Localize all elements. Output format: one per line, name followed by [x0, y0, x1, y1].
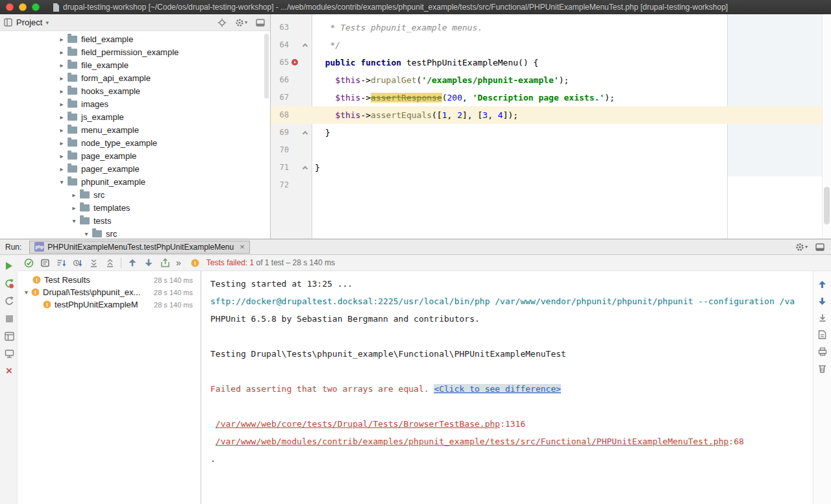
tree-item-file_example[interactable]: file_example [0, 58, 270, 71]
code-line-68[interactable]: 68 $this->assertEquals([1, 2], [3, 4]); [271, 106, 831, 124]
code-line-70[interactable]: 70 [271, 141, 831, 159]
fold-icon[interactable] [303, 131, 308, 136]
test-node-label[interactable]: Drupal\Tests\phpunit_ex... [43, 287, 140, 297]
console-output[interactable]: Testing started at 13:25 ...sftp://docke… [201, 271, 813, 504]
chevron-right-icon[interactable] [57, 36, 66, 43]
editor-scrollbar[interactable] [822, 14, 831, 239]
chevron-down-icon[interactable] [57, 178, 66, 186]
line-number[interactable]: 66 [271, 71, 289, 89]
chevron-right-icon[interactable] [69, 191, 79, 198]
scrollbar-thumb[interactable] [824, 187, 830, 224]
code-line-67[interactable]: 67 $this->assertResponse(200, 'Descripti… [271, 89, 831, 106]
code-line-66[interactable]: 66 $this->drupalGet('/examples/phpunit-e… [271, 71, 831, 89]
close-button[interactable]: × [4, 366, 14, 376]
code-line-71[interactable]: 71} [271, 159, 831, 176]
code-text[interactable] [312, 141, 831, 159]
chevron-down-icon[interactable] [82, 230, 91, 237]
locate-file-icon[interactable] [217, 18, 227, 27]
chevron-right-icon[interactable] [57, 88, 66, 95]
test-node-label[interactable]: testPhpUnitExampleM [55, 300, 138, 309]
sort-by-duration-button[interactable] [72, 258, 82, 268]
line-number[interactable]: 65 [271, 54, 289, 71]
project-panel-header[interactable]: Project ▾ ▾ [0, 14, 270, 31]
code-text[interactable]: } [312, 159, 831, 176]
stack-trace-link[interactable]: /var/www/web/core/tests/Drupal/Tests/Bro… [216, 419, 500, 429]
print-button[interactable] [817, 346, 828, 357]
line-number[interactable]: 70 [271, 141, 289, 159]
code-text[interactable] [312, 176, 831, 194]
tree-item-hooks_example[interactable]: hooks_example [0, 84, 270, 97]
code-line-69[interactable]: 69 } [271, 124, 831, 141]
chevron-right-icon[interactable] [57, 101, 66, 108]
line-number[interactable]: 63 [271, 19, 289, 36]
test-results-root[interactable]: ! Test Results 28 s 140 ms [18, 274, 201, 286]
tree-item-field_permission_example[interactable]: field_permission_example [0, 45, 270, 58]
line-number[interactable]: 71 [271, 159, 289, 176]
rerun-button[interactable] [4, 261, 14, 271]
tree-item-src[interactable]: src [0, 227, 270, 239]
chevron-right-icon[interactable] [57, 152, 66, 160]
code-text[interactable]: public function testPhpUnitExampleMenu()… [312, 54, 831, 71]
code-text[interactable]: } [312, 124, 831, 141]
toggle-auto-test-button[interactable] [4, 296, 14, 306]
hide-panel-icon[interactable] [256, 18, 265, 27]
chevron-right-icon[interactable] [57, 114, 66, 121]
show-passed-button[interactable] [23, 258, 34, 268]
expand-all-button[interactable] [88, 258, 99, 268]
chevron-right-icon[interactable] [57, 139, 66, 147]
tree-item-pager_example[interactable]: pager_example [0, 162, 270, 175]
close-window-button[interactable] [6, 3, 14, 11]
run-tab[interactable]: php PHPUnitExampleMenuTest.testPhpUnitEx… [29, 241, 249, 254]
code-line-63[interactable]: 63 * Tests phpunit_example menus. [271, 19, 831, 36]
code-text[interactable]: $this->assertEquals([1, 2], [3, 4]); [312, 106, 831, 124]
code-text[interactable]: $this->drupalGet('/examples/phpunit-exam… [312, 71, 831, 89]
code-text[interactable]: */ [312, 36, 831, 54]
gear-icon[interactable]: ▾ [795, 243, 808, 252]
show-ignored-button[interactable] [40, 258, 50, 268]
chevron-right-icon[interactable] [57, 165, 66, 173]
fold-icon[interactable] [303, 43, 308, 49]
tree-item-templates[interactable]: templates [0, 201, 270, 214]
open-results-icon[interactable] [817, 330, 828, 340]
failed-test-gutter-icon[interactable] [289, 54, 301, 71]
code-text[interactable]: $this->assertResponse(200, 'Description … [312, 89, 831, 106]
line-number[interactable]: 72 [271, 176, 289, 194]
scroll-up-button[interactable] [817, 279, 828, 289]
project-scrollbar[interactable] [264, 34, 269, 99]
chevron-right-icon[interactable] [57, 62, 66, 69]
tree-item-field_example[interactable]: field_example [0, 32, 270, 45]
line-number[interactable]: 68 [271, 106, 289, 124]
previous-failed-test-button[interactable] [127, 258, 138, 268]
tree-item-js_example[interactable]: js_example [0, 110, 270, 123]
code-text[interactable]: * Tests phpunit_example menus. [312, 19, 831, 36]
project-panel-title[interactable]: Project [16, 18, 42, 27]
chevron-right-icon[interactable] [69, 204, 79, 211]
editor[interactable]: 63 * Tests phpunit_example menus.64 */65… [271, 14, 831, 239]
hide-panel-icon[interactable] [815, 243, 825, 252]
more-actions-icon[interactable]: » [176, 258, 181, 267]
code-line-72[interactable]: 72 [271, 176, 831, 194]
line-number[interactable]: 69 [271, 124, 289, 141]
tree-item-images[interactable]: images [0, 97, 270, 110]
stack-trace-link[interactable]: /var/www/web/modules/contrib/examples/ph… [216, 437, 729, 446]
run-tab-title[interactable]: PHPUnitExampleMenuTest.testPhpUnitExampl… [47, 243, 234, 252]
chevron-right-icon[interactable] [57, 126, 66, 134]
restore-layout-button[interactable] [4, 331, 14, 341]
gear-icon[interactable]: ▾ [235, 18, 247, 27]
next-failed-test-button[interactable] [143, 258, 154, 268]
stop-button[interactable] [4, 313, 14, 324]
test-node-label[interactable]: Test Results [44, 275, 90, 285]
chevron-down-icon[interactable]: ▾ [45, 19, 49, 26]
chevron-down-icon[interactable] [69, 217, 79, 224]
tree-item-menu_example[interactable]: menu_example [0, 123, 270, 136]
rerun-failed-tests-button[interactable] [4, 278, 14, 289]
diff-link[interactable]: <Click to see difference> [434, 384, 561, 394]
export-test-results-button[interactable] [160, 258, 170, 268]
code-line-64[interactable]: 64 */ [271, 36, 831, 54]
test-results-class[interactable]: ! Drupal\Tests\phpunit_ex... 28 s 140 ms [18, 286, 201, 298]
fold-icon[interactable] [303, 166, 308, 171]
scroll-down-button[interactable] [817, 296, 828, 306]
code-line-65[interactable]: 65 public function testPhpUnitExampleMen… [271, 54, 831, 71]
clear-all-button[interactable] [817, 363, 828, 374]
line-number[interactable]: 64 [271, 36, 289, 54]
